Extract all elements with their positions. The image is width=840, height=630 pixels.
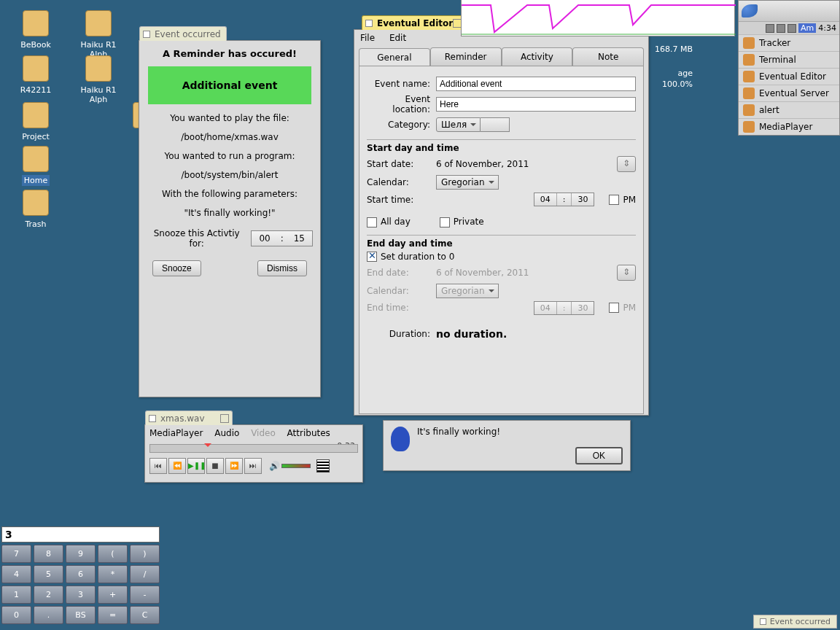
category-dropdown[interactable]: Шеля (436, 117, 510, 132)
info-icon (391, 427, 410, 451)
allday-check[interactable] (367, 217, 377, 228)
run-path: /boot/system/bin/alert (147, 170, 313, 180)
alert-window: It's finally working! OK (383, 420, 631, 471)
calc-key-+[interactable]: + (98, 586, 128, 604)
seek-bar[interactable] (149, 444, 358, 453)
zoom-icon[interactable] (220, 414, 229, 423)
net-stats: 168.7 MB age 100.0% (655, 44, 693, 90)
desktop-icon-r42211[interactable]: R42211 (10, 55, 61, 96)
folder-icon (23, 102, 49, 128)
event-name-input[interactable] (436, 77, 636, 91)
tray-icon[interactable] (788, 24, 796, 33)
rewind-button[interactable]: ⏪ (168, 458, 186, 474)
calc-key-4[interactable]: 4 (1, 565, 31, 583)
menu-attrs[interactable]: Attributes (287, 428, 330, 438)
close-icon[interactable] (365, 20, 373, 27)
stop-button[interactable]: ■ (206, 458, 224, 474)
deskbar-item-eventual-editor[interactable]: Eventual Editor (739, 68, 839, 85)
skip-fwd-button[interactable]: ⏭ (244, 458, 262, 474)
end-date-picker: ⇕ (617, 265, 636, 281)
deskbar-item-alert[interactable]: alert (739, 101, 839, 118)
close-icon[interactable] (760, 618, 766, 625)
calc-key-7[interactable]: 7 (1, 545, 31, 563)
clock[interactable]: 4:34 (818, 23, 836, 33)
tab-reminder[interactable]: Reminder (430, 47, 502, 66)
deskbar-item-mediaplayer[interactable]: MediaPlayer (739, 118, 839, 135)
dismiss-button[interactable]: Dismiss (257, 260, 307, 276)
calc-key-0[interactable]: 0 (1, 606, 31, 624)
alert-message: It's finally working! (417, 427, 500, 464)
close-icon[interactable] (149, 415, 156, 422)
seek-marker-icon[interactable] (204, 443, 211, 451)
window-title: xmas.wav (160, 413, 204, 424)
calc-key-8[interactable]: 8 (34, 545, 63, 563)
volume-slider[interactable] (281, 464, 311, 468)
menu-audio[interactable]: Audio (214, 428, 239, 438)
deskbar-leaf[interactable] (739, 1, 839, 21)
folder-icon (23, 190, 49, 216)
calc-key-.[interactable]: . (34, 606, 63, 624)
tab-activity[interactable]: Activity (502, 47, 573, 66)
desktop-icon-home[interactable]: Home (10, 146, 61, 186)
snooze-button[interactable]: Snooze (152, 260, 201, 276)
tab-note[interactable]: Note (572, 47, 644, 66)
keyboard-indicator[interactable]: Am (798, 23, 816, 33)
menu-file[interactable]: File (360, 33, 375, 43)
category-label: Category: (367, 120, 436, 130)
calc-display[interactable]: 3 (1, 526, 160, 542)
calc-key-2[interactable]: 2 (34, 586, 63, 604)
calc-key-1[interactable]: 1 (1, 586, 31, 604)
start-time-field[interactable]: 04:30 (534, 192, 595, 206)
set-duration-0-check[interactable] (367, 252, 377, 262)
media-titlebar[interactable]: xmas.wav (145, 411, 233, 425)
date-picker-button[interactable]: ⇕ (617, 156, 636, 172)
end-heading: End day and time (367, 238, 636, 249)
deskbar-item-eventual-server[interactable]: Eventual Server (739, 85, 839, 101)
desktop-icon-trash[interactable]: Trash (10, 190, 61, 230)
reminder-window: Event occurred A Reminder has occured! A… (139, 40, 321, 397)
desktop-icon-project[interactable]: Project (10, 102, 61, 142)
snooze-min[interactable]: 15 (287, 231, 312, 246)
ok-button[interactable]: OK (575, 447, 623, 464)
calc-key-=[interactable]: = (98, 606, 128, 624)
close-icon[interactable] (143, 31, 150, 38)
desktop-icon-haiku-r1-alph[interactable]: Haiku R1 Alph (73, 55, 124, 105)
calc-key-/[interactable]: / (130, 565, 160, 583)
calc-key-BS[interactable]: BS (66, 606, 96, 624)
folder-icon (85, 55, 112, 82)
calc-key-5[interactable]: 5 (34, 565, 63, 583)
calc-key-*[interactable]: * (98, 565, 128, 583)
calc-key--[interactable]: - (130, 586, 160, 604)
private-check[interactable] (440, 217, 450, 228)
play-button[interactable]: ▶❚❚ (187, 458, 205, 474)
start-pm-check[interactable] (609, 195, 619, 205)
reminder-titlebar[interactable]: Event occurred (139, 26, 227, 41)
app-icon (743, 37, 755, 49)
calc-key-)[interactable]: ) (130, 545, 160, 563)
forward-button[interactable]: ⏩ (225, 458, 243, 474)
menu-mediaplayer[interactable]: MediaPlayer (149, 428, 203, 438)
calc-key-9[interactable]: 9 (66, 545, 96, 563)
calc-key-6[interactable]: 6 (66, 565, 96, 583)
tray-icon[interactable] (766, 24, 774, 33)
skip-back-button[interactable]: ⏮ (149, 458, 167, 474)
deskbar-item-tracker[interactable]: Tracker (739, 34, 839, 51)
menu-edit[interactable]: Edit (389, 33, 406, 43)
tray-icon[interactable] (777, 24, 785, 33)
leaf-icon (742, 4, 758, 18)
start-cal-dropdown[interactable]: Gregorian (436, 175, 499, 190)
minimized-tab[interactable]: Event occurred (753, 615, 837, 629)
deskbar-item-terminal[interactable]: Terminal (739, 51, 839, 68)
volume-icon[interactable]: 🔊 (269, 461, 280, 471)
snooze-hour[interactable]: 00 (252, 231, 277, 246)
desktop-icon-haiku-r1-alph[interactable]: Haiku R1 Alph (73, 10, 124, 60)
desktop-icon-bebook[interactable]: BeBook (10, 10, 61, 50)
calc-key-C[interactable]: C (130, 606, 160, 624)
calc-key-3[interactable]: 3 (66, 586, 96, 604)
tab-general[interactable]: General (359, 48, 430, 66)
editor-titlebar[interactable]: Eventual Editor (362, 15, 465, 30)
app-icon (743, 104, 755, 116)
event-loc-input[interactable] (436, 97, 636, 112)
calc-key-([interactable]: ( (98, 545, 128, 563)
folder-icon (23, 146, 49, 172)
